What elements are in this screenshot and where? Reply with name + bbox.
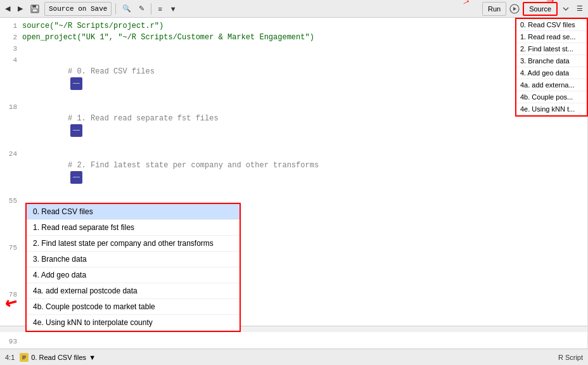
- section-dropdown-item-3[interactable]: 3. Branche data: [516, 55, 587, 67]
- code-text-2: open_project("UK 1", "~/R Scripts/Custom…: [22, 32, 587, 43]
- separator-2: [151, 3, 151, 15]
- line-num-4: 4: [0, 54, 22, 66]
- line-num-93: 93: [0, 336, 22, 347]
- line-num-24: 24: [0, 148, 22, 160]
- code-line-4: 4 # 0. Read CSV files ──: [0, 54, 587, 101]
- line-num-2: 2: [0, 32, 22, 43]
- forward-button[interactable]: ▶: [15, 2, 25, 16]
- search-button[interactable]: 🔍: [120, 2, 134, 16]
- section-dropdown-item-4e[interactable]: 4e. Using kNN t...: [516, 103, 587, 115]
- code-text-24: # 2. Find latest state per company and o…: [22, 148, 587, 195]
- section-dropdown-item-4b[interactable]: 4b. Couple pos...: [516, 91, 587, 103]
- section-status-arrow: ▼: [89, 354, 96, 361]
- code-line-18: 18 # 1. Read read separate fst files ──: [0, 101, 587, 148]
- back-button[interactable]: ◀: [3, 2, 13, 16]
- main-area: 1 source("~/R Scripts/project.r") 2 open…: [0, 18, 588, 349]
- code-line-93: 93 # 4b. Couple postcode to market table…: [0, 336, 587, 349]
- section-list-popup: 0. Read CSV files 1. Read read separate …: [25, 203, 241, 332]
- section-list-item-4[interactable]: 4. Add geo data: [27, 267, 240, 283]
- status-bar: 4:1 0. Read CSV files ▼ R Script: [0, 349, 588, 365]
- comment-24: # 2. Find latest state per company and o…: [68, 161, 319, 170]
- line-num-75: 75: [0, 242, 22, 253]
- run-label: Run: [488, 5, 501, 13]
- code-line-3: 3: [0, 43, 587, 54]
- line-num-18: 18: [0, 101, 22, 113]
- comment-4: # 0. Read CSV files: [68, 67, 155, 76]
- save-button[interactable]: [28, 2, 42, 16]
- code-line-24: 24 # 2. Find latest state per company an…: [0, 148, 587, 195]
- code-text-93: # 4b. Couple postcode to market table ──: [22, 336, 587, 349]
- code-editor[interactable]: 1 source("~/R Scripts/project.r") 2 open…: [0, 18, 588, 349]
- comment-18: # 1. Read read separate fst files: [68, 114, 219, 123]
- cursor-position: 4:1: [5, 354, 15, 361]
- run-icon: [509, 3, 520, 15]
- more-button[interactable]: ▼: [167, 2, 179, 16]
- source-dropdown-icon[interactable]: [560, 3, 572, 15]
- section-list-item-0[interactable]: 0. Read CSV files: [27, 204, 240, 220]
- svg-rect-2: [32, 9, 37, 12]
- section-tag-4[interactable]: ──: [70, 77, 82, 90]
- section-status-label: 0. Read CSV files: [31, 354, 86, 361]
- section-status[interactable]: 0. Read CSV files ▼: [20, 353, 96, 362]
- section-dropdown: 0. Read CSV files 1. Read read se... 2. …: [515, 18, 588, 117]
- separator-1: [115, 3, 116, 15]
- source-on-save-button[interactable]: Source on Save: [44, 2, 112, 16]
- menu-button[interactable]: ☰: [574, 2, 585, 16]
- toolbar: ◀ ▶ Source on Save 🔍 ✎ ≡ ▼ → Run → Sourc…: [0, 0, 588, 18]
- code-text-18: # 1. Read read separate fst files ──: [22, 101, 587, 148]
- script-type-label: R Script: [558, 354, 583, 361]
- align-button[interactable]: ≡: [155, 2, 164, 16]
- section-dropdown-item-4[interactable]: 4. Add geo data: [516, 67, 587, 79]
- section-list-item-1[interactable]: 1. Read read separate fst files: [27, 220, 240, 236]
- section-dropdown-item-0[interactable]: 0. Read CSV files: [516, 19, 587, 31]
- code-line-1: 1 source("~/R Scripts/project.r"): [0, 20, 587, 32]
- line-num-3: 3: [0, 43, 22, 54]
- section-tag-18[interactable]: ──: [70, 124, 82, 137]
- section-tag-24[interactable]: ──: [70, 171, 82, 184]
- section-dropdown-item-4a[interactable]: 4a. add externa...: [516, 79, 587, 91]
- line-num-1: 1: [0, 20, 22, 32]
- code-text-4: # 0. Read CSV files ──: [22, 54, 587, 101]
- section-icon: [20, 353, 29, 362]
- run-button[interactable]: Run: [482, 2, 506, 16]
- source-on-save-label: Source on Save: [49, 5, 107, 13]
- line-num-55: 55: [0, 195, 22, 207]
- section-dropdown-item-2[interactable]: 2. Find latest st...: [516, 43, 587, 55]
- section-dropdown-item-1[interactable]: 1. Read read se...: [516, 31, 587, 43]
- section-list-item-3[interactable]: 3. Branche data: [27, 252, 240, 267]
- svg-rect-1: [32, 5, 36, 8]
- section-list-item-4e[interactable]: 4e. Using kNN to interpolate county: [27, 315, 240, 331]
- section-list-item-4b[interactable]: 4b. Couple postcode to market table: [27, 299, 240, 315]
- section-list-item-4a[interactable]: 4a. add external postcode data: [27, 283, 240, 299]
- code-line-2: 2 open_project("UK 1", "~/R Scripts/Cust…: [0, 32, 587, 43]
- edit-button[interactable]: ✎: [136, 2, 147, 16]
- section-list-item-2[interactable]: 2. Find latest state per company and oth…: [27, 236, 240, 252]
- code-text-1: source("~/R Scripts/project.r"): [22, 20, 587, 32]
